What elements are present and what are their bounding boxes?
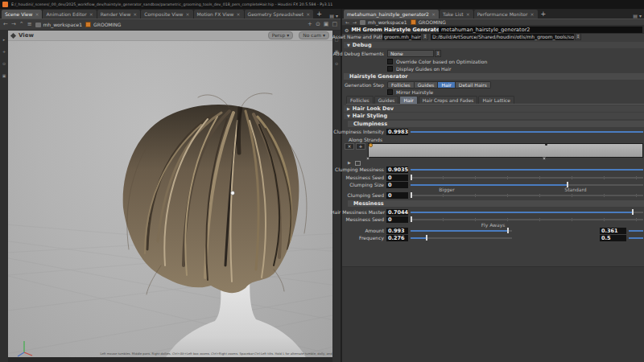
tab-performance-monitor[interactable]: Performance Monitor× xyxy=(474,10,538,19)
spinner-icon[interactable]: ↕ xyxy=(575,33,581,40)
back-icon[interactable]: ← xyxy=(3,22,8,27)
tab-composite-view[interactable]: Composite View× xyxy=(141,10,192,19)
frequency-field-2[interactable]: 0.5 xyxy=(600,235,626,241)
frequency-slider-2[interactable] xyxy=(629,237,643,239)
hair-styling-header[interactable]: ▼ Hair Styling xyxy=(344,113,644,119)
folder-tab-guides[interactable]: Guides xyxy=(374,96,399,104)
tab-render-view[interactable]: Render View× xyxy=(97,10,141,19)
tab-scene-view[interactable]: Scene View× xyxy=(2,10,42,19)
ramp-add-point-button[interactable]: + xyxy=(356,143,365,150)
display-box-icon[interactable]: □ xyxy=(332,22,337,27)
folder-tab-hair-crops[interactable]: Hair Crops and Fades xyxy=(419,96,478,104)
messiness-seed2-slider[interactable] xyxy=(411,219,643,220)
add-debug-dropdown[interactable]: None xyxy=(387,50,434,57)
close-icon[interactable]: × xyxy=(35,12,39,17)
step-detail-hairs-button[interactable]: Detail Hairs xyxy=(456,81,491,88)
folder-tab-follicles[interactable]: Follicles xyxy=(346,96,374,104)
close-icon[interactable]: × xyxy=(306,12,310,17)
no-cam-button[interactable]: No cam ▾ xyxy=(299,31,329,39)
viewport-scene[interactable] xyxy=(8,41,332,362)
node-name-field[interactable]: metahuman_hairstyle_generator2 xyxy=(439,27,642,33)
clumpiness-intensity-field[interactable]: 0.9983 xyxy=(386,129,408,135)
ramp-editor[interactable] xyxy=(368,143,643,158)
new-tab-button[interactable]: + xyxy=(314,10,324,19)
tab-motion-fx-view[interactable]: Motion FX View× xyxy=(194,10,244,19)
ramp-remove-point-button[interactable]: × xyxy=(345,143,354,150)
clumpiness-intensity-slider[interactable] xyxy=(411,131,643,133)
asset-name-field[interactable]: groom.mh_hairstyle_gen... xyxy=(382,34,421,40)
tab-geometry-spreadsheet[interactable]: Geometry Spreadsheet× xyxy=(245,10,314,19)
workspace-chip[interactable]: mh_workspace1 xyxy=(360,19,407,25)
tab-parameters[interactable]: metahuman_hairstyle_generator2× xyxy=(344,10,439,19)
forward-icon[interactable]: → xyxy=(11,22,16,27)
messiness-seed-field[interactable]: 0 xyxy=(386,175,408,181)
spinner-icon[interactable]: ↕ xyxy=(422,33,428,40)
close-icon[interactable]: × xyxy=(89,12,93,17)
step-guides-button[interactable]: Guides xyxy=(415,81,439,88)
folder-tab-hair[interactable]: Hair xyxy=(399,96,417,104)
viewport-3d[interactable]: View Persp ▾ No cam ▾ xyxy=(0,31,341,362)
pane-caret-icon[interactable]: ▾ xyxy=(336,13,338,19)
up-level-icon[interactable]: ⌃ xyxy=(19,22,24,27)
spinner-icon[interactable]: ↕ xyxy=(435,50,441,57)
new-tab-button[interactable]: + xyxy=(539,10,549,19)
clumping-messiness-slider[interactable] xyxy=(411,169,643,171)
mirror-hairstyle-checkbox[interactable] xyxy=(387,89,393,95)
tab-take-list[interactable]: Take List× xyxy=(440,10,473,19)
workspace-chip[interactable]: mh_workspace1 xyxy=(35,22,83,27)
param-label: Hair Messiness Master xyxy=(331,208,384,216)
rotate-tool-icon[interactable]: ⊙ xyxy=(2,61,6,66)
debug-section-header[interactable]: ▼ Debug xyxy=(344,42,644,48)
back-icon[interactable]: ← xyxy=(345,19,349,25)
clumping-messiness-field[interactable]: 0.9035 xyxy=(386,167,408,173)
orbit-tool-icon[interactable]: ⊙ xyxy=(316,22,320,27)
amount-slider-2[interactable] xyxy=(629,230,643,232)
close-icon[interactable]: × xyxy=(530,12,534,17)
ramp-point[interactable] xyxy=(369,143,373,147)
close-icon[interactable]: × xyxy=(466,12,470,17)
asset-path-field[interactable]: D:/Build/ArtSource/Shared/houdini/otls/m… xyxy=(431,34,574,40)
messiness-seed-slider[interactable] xyxy=(411,177,643,179)
clumping-size-slider[interactable] xyxy=(411,184,643,186)
persp-button[interactable]: Persp ▾ xyxy=(268,31,293,39)
hair-look-dev-header[interactable]: ▶ Hair Look Dev xyxy=(344,105,644,112)
pane-menu-icon[interactable]: ▤ xyxy=(633,13,638,19)
step-hair-button[interactable]: Hair xyxy=(438,81,455,88)
display-guides-checkbox[interactable] xyxy=(387,66,393,72)
close-icon[interactable]: × xyxy=(186,12,190,17)
close-icon[interactable]: × xyxy=(237,12,241,17)
hair-messiness-master-field[interactable]: 0.7044 xyxy=(386,209,408,216)
param-label: Add Debug Elements xyxy=(331,50,384,57)
ramp-point[interactable] xyxy=(545,143,547,146)
move-tool-icon[interactable]: + xyxy=(308,22,312,27)
amount-field[interactable]: 0.993 xyxy=(386,228,408,234)
step-follicles-button[interactable]: Follicles xyxy=(387,81,415,88)
amount-field-2[interactable]: 0.361 xyxy=(600,228,626,234)
handles-tool-icon[interactable]: ▣ xyxy=(2,73,6,78)
clumping-seed-slider[interactable] xyxy=(411,195,643,196)
folder-tab-hair-lattice[interactable]: Hair Lattice xyxy=(478,96,514,104)
pane-menu-icon[interactable]: ▤ xyxy=(329,13,334,19)
history-icon[interactable]: ≡ xyxy=(27,22,32,27)
pane-caret-icon[interactable]: ▾ xyxy=(639,13,642,19)
frequency-field[interactable]: 0.276 xyxy=(386,235,408,241)
light-mode-icon[interactable]: ⊙ xyxy=(335,61,338,66)
forward-icon[interactable]: → xyxy=(353,19,357,25)
select-tool-icon[interactable]: ▸ xyxy=(3,37,6,42)
grooming-badge[interactable]: GROOMING xyxy=(411,19,446,25)
override-color-checkbox[interactable] xyxy=(387,59,393,64)
hair-messiness-master-slider[interactable] xyxy=(411,212,643,213)
frequency-slider[interactable] xyxy=(411,237,512,239)
node-gear-icon[interactable]: ⚙ xyxy=(345,27,349,33)
param-label: Messiness Seed xyxy=(331,174,384,181)
clumping-seed-field[interactable]: 0 xyxy=(386,192,408,199)
character-hair[interactable] xyxy=(123,93,307,294)
close-icon[interactable]: × xyxy=(431,12,436,17)
close-icon[interactable]: × xyxy=(133,12,137,17)
tab-animation-editor[interactable]: Animation Editor× xyxy=(43,10,96,19)
ramp-expand-icon[interactable]: ▶ xyxy=(348,160,351,165)
grooming-badge[interactable]: GROOMING xyxy=(85,22,121,27)
move-tool-icon[interactable]: + xyxy=(2,49,6,54)
snap-grid-icon[interactable]: ▣ xyxy=(324,22,329,27)
amount-slider[interactable] xyxy=(411,230,512,232)
